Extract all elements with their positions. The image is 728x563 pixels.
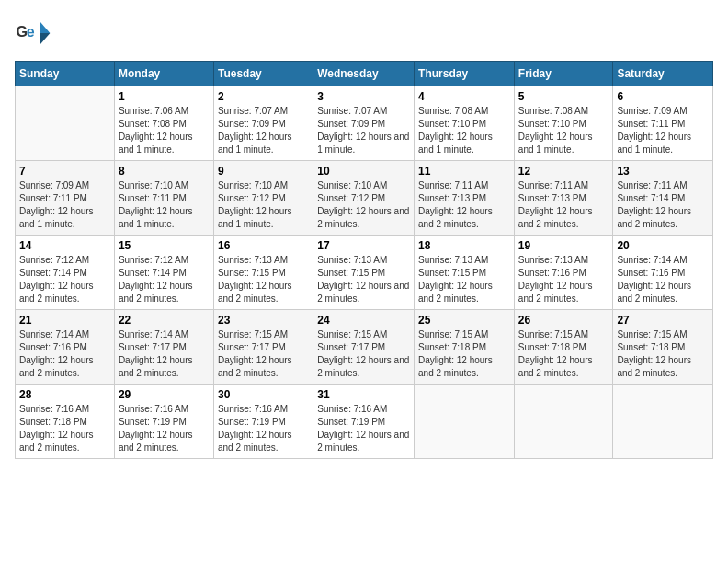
calendar-week-row: 1 Sunrise: 7:06 AM Sunset: 7:08 PM Dayli… bbox=[16, 86, 713, 161]
sunset-text: Sunset: 7:12 PM bbox=[218, 193, 286, 203]
day-number: 10 bbox=[317, 165, 410, 178]
calendar-header-row: SundayMondayTuesdayWednesdayThursdayFrid… bbox=[16, 62, 713, 86]
day-number: 6 bbox=[617, 90, 709, 103]
daylight-text: Daylight: 12 hours and 1 minute. bbox=[518, 132, 593, 155]
svg-marker-3 bbox=[40, 33, 50, 44]
daylight-text: Daylight: 12 hours and 2 minutes. bbox=[317, 206, 409, 229]
sunset-text: Sunset: 7:18 PM bbox=[518, 342, 586, 352]
sunrise-text: Sunrise: 7:10 AM bbox=[218, 180, 288, 190]
sunrise-text: Sunrise: 7:12 AM bbox=[19, 255, 89, 265]
svg-text:e: e bbox=[27, 24, 35, 40]
day-info: Sunrise: 7:16 AM Sunset: 7:19 PM Dayligh… bbox=[317, 403, 410, 454]
column-header-saturday: Saturday bbox=[613, 62, 713, 86]
daylight-text: Daylight: 12 hours and 2 minutes. bbox=[119, 430, 193, 453]
day-number: 14 bbox=[19, 239, 110, 252]
calendar-day-cell bbox=[514, 385, 613, 459]
daylight-text: Daylight: 12 hours and 2 minutes. bbox=[617, 281, 691, 304]
calendar-day-cell bbox=[415, 385, 515, 459]
sunset-text: Sunset: 7:11 PM bbox=[19, 193, 87, 203]
sunrise-text: Sunrise: 7:14 AM bbox=[19, 329, 89, 339]
calendar-day-cell: 24 Sunrise: 7:15 AM Sunset: 7:17 PM Dayl… bbox=[313, 310, 415, 385]
day-info: Sunrise: 7:10 AM Sunset: 7:12 PM Dayligh… bbox=[317, 179, 410, 231]
calendar-day-cell: 19 Sunrise: 7:13 AM Sunset: 7:16 PM Dayl… bbox=[514, 236, 613, 310]
day-info: Sunrise: 7:16 AM Sunset: 7:19 PM Dayligh… bbox=[119, 403, 210, 454]
daylight-text: Daylight: 12 hours and 2 minutes. bbox=[218, 355, 292, 378]
sunset-text: Sunset: 7:18 PM bbox=[418, 342, 486, 352]
day-number: 3 bbox=[317, 90, 410, 103]
column-header-tuesday: Tuesday bbox=[213, 62, 313, 86]
day-info: Sunrise: 7:13 AM Sunset: 7:15 PM Dayligh… bbox=[218, 254, 309, 305]
sunrise-text: Sunrise: 7:11 AM bbox=[418, 180, 488, 190]
daylight-text: Daylight: 12 hours and 2 minutes. bbox=[617, 355, 691, 378]
calendar-week-row: 14 Sunrise: 7:12 AM Sunset: 7:14 PM Dayl… bbox=[16, 236, 713, 310]
sunset-text: Sunset: 7:08 PM bbox=[119, 119, 187, 129]
calendar-day-cell: 6 Sunrise: 7:09 AM Sunset: 7:11 PM Dayli… bbox=[613, 86, 713, 161]
sunrise-text: Sunrise: 7:09 AM bbox=[19, 180, 89, 190]
day-number: 21 bbox=[19, 314, 110, 327]
day-info: Sunrise: 7:16 AM Sunset: 7:18 PM Dayligh… bbox=[19, 403, 110, 454]
sunset-text: Sunset: 7:11 PM bbox=[119, 193, 187, 203]
sunset-text: Sunset: 7:19 PM bbox=[119, 417, 187, 427]
day-number: 16 bbox=[218, 239, 309, 252]
day-info: Sunrise: 7:08 AM Sunset: 7:10 PM Dayligh… bbox=[418, 105, 510, 156]
daylight-text: Daylight: 12 hours and 2 minutes. bbox=[317, 430, 409, 453]
sunrise-text: Sunrise: 7:09 AM bbox=[617, 106, 687, 116]
daylight-text: Daylight: 12 hours and 1 minute. bbox=[119, 132, 193, 155]
day-number: 7 bbox=[19, 165, 110, 178]
calendar-day-cell: 2 Sunrise: 7:07 AM Sunset: 7:09 PM Dayli… bbox=[213, 86, 313, 161]
calendar-day-cell: 23 Sunrise: 7:15 AM Sunset: 7:17 PM Dayl… bbox=[213, 310, 313, 385]
day-number: 15 bbox=[119, 239, 210, 252]
calendar-week-row: 21 Sunrise: 7:14 AM Sunset: 7:16 PM Dayl… bbox=[16, 310, 713, 385]
calendar-day-cell: 22 Sunrise: 7:14 AM Sunset: 7:17 PM Dayl… bbox=[114, 310, 213, 385]
daylight-text: Daylight: 12 hours and 2 minutes. bbox=[518, 206, 593, 229]
sunset-text: Sunset: 7:16 PM bbox=[19, 342, 87, 352]
sunrise-text: Sunrise: 7:14 AM bbox=[119, 329, 188, 339]
day-info: Sunrise: 7:15 AM Sunset: 7:18 PM Dayligh… bbox=[418, 328, 510, 380]
calendar-day-cell: 10 Sunrise: 7:10 AM Sunset: 7:12 PM Dayl… bbox=[313, 161, 415, 236]
day-info: Sunrise: 7:13 AM Sunset: 7:15 PM Dayligh… bbox=[418, 254, 510, 305]
calendar-day-cell: 20 Sunrise: 7:14 AM Sunset: 7:16 PM Dayl… bbox=[613, 236, 713, 310]
daylight-text: Daylight: 12 hours and 1 minute. bbox=[218, 132, 292, 155]
day-number: 17 bbox=[317, 239, 410, 252]
day-info: Sunrise: 7:13 AM Sunset: 7:16 PM Dayligh… bbox=[518, 254, 609, 305]
calendar-day-cell: 14 Sunrise: 7:12 AM Sunset: 7:14 PM Dayl… bbox=[16, 236, 115, 310]
daylight-text: Daylight: 12 hours and 2 minutes. bbox=[119, 281, 193, 304]
calendar-day-cell: 16 Sunrise: 7:13 AM Sunset: 7:15 PM Dayl… bbox=[213, 236, 313, 310]
day-info: Sunrise: 7:11 AM Sunset: 7:13 PM Dayligh… bbox=[418, 179, 510, 231]
day-info: Sunrise: 7:14 AM Sunset: 7:16 PM Dayligh… bbox=[19, 328, 110, 380]
day-info: Sunrise: 7:14 AM Sunset: 7:16 PM Dayligh… bbox=[617, 254, 709, 305]
daylight-text: Daylight: 12 hours and 2 minutes. bbox=[218, 430, 292, 453]
sunset-text: Sunset: 7:14 PM bbox=[617, 193, 685, 203]
day-info: Sunrise: 7:09 AM Sunset: 7:11 PM Dayligh… bbox=[617, 105, 709, 156]
sunset-text: Sunset: 7:14 PM bbox=[19, 268, 87, 278]
calendar-day-cell: 7 Sunrise: 7:09 AM Sunset: 7:11 PM Dayli… bbox=[16, 161, 115, 236]
sunset-text: Sunset: 7:16 PM bbox=[617, 268, 685, 278]
day-info: Sunrise: 7:11 AM Sunset: 7:14 PM Dayligh… bbox=[617, 179, 709, 231]
sunset-text: Sunset: 7:16 PM bbox=[518, 268, 586, 278]
sunrise-text: Sunrise: 7:13 AM bbox=[317, 255, 387, 265]
day-number: 13 bbox=[617, 165, 709, 178]
sunrise-text: Sunrise: 7:08 AM bbox=[518, 106, 588, 116]
sunset-text: Sunset: 7:09 PM bbox=[218, 119, 286, 129]
day-info: Sunrise: 7:15 AM Sunset: 7:18 PM Dayligh… bbox=[617, 328, 709, 380]
day-number: 28 bbox=[19, 388, 110, 401]
sunset-text: Sunset: 7:10 PM bbox=[418, 119, 486, 129]
calendar-day-cell bbox=[16, 86, 115, 161]
daylight-text: Daylight: 12 hours and 2 minutes. bbox=[617, 206, 691, 229]
daylight-text: Daylight: 12 hours and 1 minute. bbox=[19, 206, 94, 229]
sunset-text: Sunset: 7:11 PM bbox=[617, 119, 685, 129]
day-number: 20 bbox=[617, 239, 709, 252]
sunrise-text: Sunrise: 7:15 AM bbox=[518, 329, 588, 339]
sunset-text: Sunset: 7:19 PM bbox=[218, 417, 286, 427]
day-number: 31 bbox=[317, 388, 410, 401]
sunset-text: Sunset: 7:18 PM bbox=[19, 417, 87, 427]
day-info: Sunrise: 7:10 AM Sunset: 7:12 PM Dayligh… bbox=[218, 179, 309, 231]
day-info: Sunrise: 7:15 AM Sunset: 7:17 PM Dayligh… bbox=[218, 328, 309, 380]
day-number: 4 bbox=[418, 90, 510, 103]
sunrise-text: Sunrise: 7:15 AM bbox=[617, 329, 687, 339]
sunrise-text: Sunrise: 7:16 AM bbox=[218, 404, 288, 414]
sunset-text: Sunset: 7:15 PM bbox=[418, 268, 486, 278]
calendar-day-cell: 1 Sunrise: 7:06 AM Sunset: 7:08 PM Dayli… bbox=[114, 86, 213, 161]
day-info: Sunrise: 7:15 AM Sunset: 7:17 PM Dayligh… bbox=[317, 328, 410, 380]
sunset-text: Sunset: 7:18 PM bbox=[617, 342, 685, 352]
